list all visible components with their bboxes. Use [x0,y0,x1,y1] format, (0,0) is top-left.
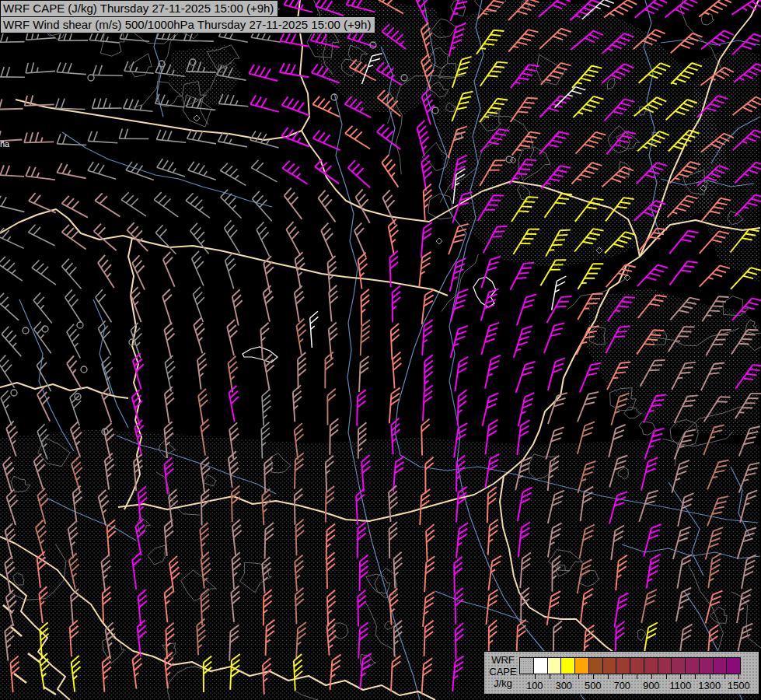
legend-tick [550,674,550,679]
legend-cell [533,657,548,674]
weather-map-canvas: ña [0,0,761,700]
legend-cell [671,657,686,674]
legend-tick [578,674,579,679]
legend-cell [616,657,630,674]
legend-tick [622,674,623,679]
legend-cell [658,657,672,674]
legend-tick-label: 500 [585,680,602,691]
legend-tick [593,674,594,679]
legend-tick [651,674,652,679]
legend-label-cape: CAPE [486,666,520,677]
title-cape-text: WRF CAPE (J/kg) Thursday 27-11-2025 15:0… [3,2,274,15]
legend-cell [588,657,603,674]
legend-cell [602,657,617,674]
legend-cell [713,657,728,674]
legend-tick [695,674,696,679]
legend-cell [560,657,575,674]
weather-map-stage: ña WRF CAPE (J/kg) Thursday 27-11-2025 1… [0,0,761,700]
legend-cell [685,657,700,674]
clipped-place-label: ña [0,139,10,149]
legend-cell [726,657,741,674]
legend-cell [519,657,534,674]
legend-cell [547,657,562,674]
legend-tick [637,674,637,679]
title-windshear-text: WRF Wind shear (m/s) 500/1000hPa Thursda… [3,18,371,31]
legend-label-wrf: WRF [486,654,520,666]
legend-tick-label: 900 [643,680,660,691]
legend-tick [710,674,710,679]
legend-tick-label: 700 [613,680,630,691]
legend-cell [644,657,658,674]
legend-tick [724,674,725,679]
legend-tick-label: 300 [555,680,572,691]
legend-cell [699,657,714,674]
legend-tick [608,674,609,679]
legend-label-block: WRF CAPE J/kg [486,654,520,689]
legend-tick [564,674,564,679]
legend-tick-label: 100 [526,680,543,691]
title-cape: WRF CAPE (J/kg) Thursday 27-11-2025 15:0… [0,0,278,17]
cape-legend: WRF CAPE J/kg 10030050070090011001300150… [483,651,759,695]
legend-cell [630,657,644,674]
legend-tick [680,674,681,679]
legend-tick-label: 1100 [669,680,691,691]
legend-label-unit: J/kg [486,677,520,689]
legend-tick-label: 1300 [698,680,721,691]
legend-tick [666,674,667,679]
legend-tick [738,674,739,679]
legend-tick-label: 1500 [728,680,750,691]
legend-tick [535,674,536,679]
title-windshear: WRF Wind shear (m/s) 500/1000hPa Thursda… [0,16,375,33]
legend-cell [574,657,589,674]
legend-colorbar [520,657,741,674]
